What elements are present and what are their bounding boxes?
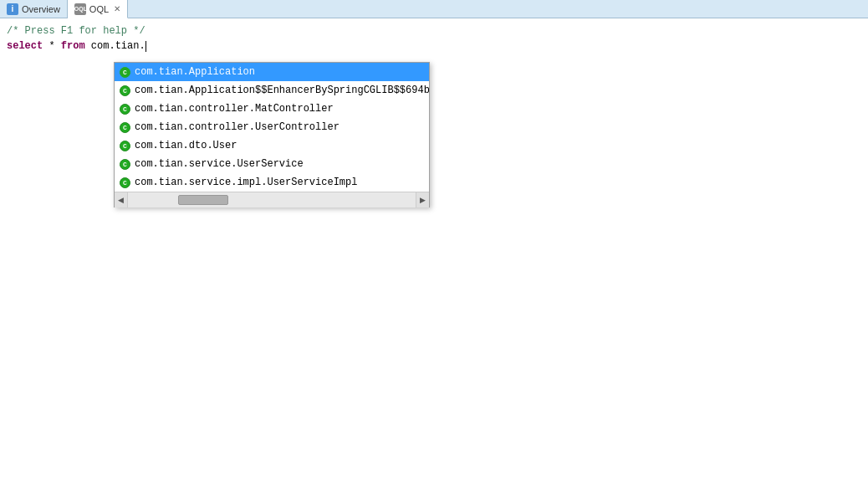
autocomplete-item-label: com.tian.Application$$EnhancerBySpringCG… bbox=[135, 85, 429, 96]
autocomplete-item-label: com.tian.service.UserService bbox=[135, 158, 304, 170]
close-icon[interactable]: ✕ bbox=[114, 4, 120, 13]
autocomplete-list: Ccom.tian.ApplicationCcom.tian.Applicati… bbox=[115, 63, 429, 192]
autocomplete-item[interactable]: Ccom.tian.Application bbox=[115, 63, 429, 81]
autocomplete-dropdown: Ccom.tian.ApplicationCcom.tian.Applicati… bbox=[114, 62, 430, 207]
autocomplete-item[interactable]: Ccom.tian.service.UserService bbox=[115, 155, 429, 173]
tab-overview[interactable]: i Overview bbox=[0, 0, 68, 18]
scroll-right-arrow[interactable]: ▶ bbox=[416, 192, 429, 207]
autocomplete-item-label: com.tian.controller.MatController bbox=[135, 103, 334, 115]
keyword-select: select bbox=[7, 40, 43, 52]
autocomplete-scrollbar[interactable]: ◀ ▶ bbox=[115, 192, 429, 207]
tab-oql[interactable]: OQL OQL ✕ bbox=[68, 0, 128, 18]
autocomplete-item-label: com.tian.Application bbox=[135, 66, 255, 78]
scroll-track[interactable] bbox=[128, 192, 416, 207]
editor-area[interactable]: /* Press F1 for help */ select * from co… bbox=[0, 18, 868, 502]
editor-content: /* Press F1 for help */ select * from co… bbox=[0, 18, 868, 59]
class-icon: C bbox=[120, 122, 130, 133]
editor-code-line: select * from com.tian. bbox=[7, 38, 861, 54]
autocomplete-item[interactable]: Ccom.tian.service.impl.UserServiceImpl bbox=[115, 173, 429, 192]
class-icon: C bbox=[120, 104, 130, 115]
class-icon: C bbox=[120, 159, 130, 170]
autocomplete-item[interactable]: Ccom.tian.controller.UserController bbox=[115, 118, 429, 136]
class-icon: C bbox=[120, 85, 130, 96]
code-class-ref: com.tian. bbox=[91, 40, 146, 52]
class-icon: C bbox=[120, 141, 130, 151]
scroll-left-arrow[interactable]: ◀ bbox=[115, 192, 128, 207]
scroll-thumb[interactable] bbox=[178, 195, 228, 205]
autocomplete-item-label: com.tian.dto.User bbox=[135, 140, 237, 151]
overview-icon: i bbox=[7, 3, 18, 15]
class-icon: C bbox=[120, 177, 130, 188]
cursor bbox=[146, 41, 146, 52]
autocomplete-item[interactable]: Ccom.tian.Application$$EnhancerBySpringC… bbox=[115, 81, 429, 100]
autocomplete-item[interactable]: Ccom.tian.dto.User bbox=[115, 136, 429, 155]
keyword-from: from bbox=[61, 40, 85, 52]
tab-bar: i Overview OQL OQL ✕ bbox=[0, 0, 868, 18]
tab-overview-label: Overview bbox=[22, 4, 60, 14]
class-icon: C bbox=[120, 67, 130, 78]
code-text-1: * bbox=[49, 40, 60, 52]
autocomplete-item[interactable]: Ccom.tian.controller.MatController bbox=[115, 100, 429, 118]
oql-icon: OQL bbox=[74, 3, 86, 15]
autocomplete-item-label: com.tian.controller.UserController bbox=[135, 121, 340, 133]
editor-comment-line: /* Press F1 for help */ bbox=[7, 23, 861, 38]
autocomplete-item-label: com.tian.service.impl.UserServiceImpl bbox=[135, 177, 357, 188]
tab-oql-label: OQL bbox=[89, 4, 109, 14]
